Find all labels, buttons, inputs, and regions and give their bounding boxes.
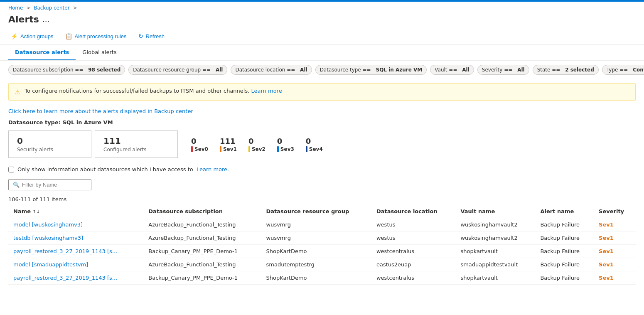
alerts-table: Name↑↓Datasource subscriptionDatasource … [8,205,636,285]
cell-location: westcentralus [371,271,455,285]
cell-severity: Sev1 [594,218,636,231]
metrics-row: 0 Security alerts 111 Configured alerts … [0,129,644,163]
refresh-icon: ↻ [138,33,143,39]
filter-chip[interactable]: Datasource type == SQL in Azure VM [315,65,427,75]
sev-item-sev1: 111 Sev1 [220,137,237,152]
access-learn-more-link[interactable]: Learn more. [197,166,229,172]
filter-input-row: 🔍 [0,179,644,194]
info-learn-more-link[interactable]: Click here to learn more about the alert… [8,108,193,114]
filter-chip[interactable]: Type == Configu... [602,65,644,75]
table-row[interactable]: testdb [wuskosinghamv3] AzureBackup_Func… [8,231,636,245]
col-header-location: Datasource location [371,205,455,218]
filter-chip[interactable]: Vault == All [430,65,474,75]
col-header-severity: Severity [594,205,636,218]
warning-learn-more-link[interactable]: Learn more [251,88,282,94]
col-header-alertName: Alert name [535,205,594,218]
filter-chip[interactable]: State == 2 selected [533,65,599,75]
cell-alert-name: Backup Failure [535,245,594,258]
page-title: Alerts [8,14,39,25]
cell-vault-name: shopkartvault [455,245,535,258]
sev-bar-icon [306,146,307,152]
more-options-icon[interactable]: ... [42,15,49,24]
cell-resource-group: ShopKartDemo [261,271,371,285]
cell-name[interactable]: payroll_restored_3_27_2019_1143 [s... [8,245,143,258]
filter-chip[interactable]: Datasource location == All [231,65,312,75]
security-alerts-num: 0 [17,136,83,146]
col-header-resourceGroup: Datasource resource group [261,205,371,218]
checkbox-row: Only show information about datasources … [0,163,644,179]
cell-resource-group: smadutemptestrg [261,258,371,271]
table-container: Name↑↓Datasource subscriptionDatasource … [0,205,644,285]
table-body: model [wuskosinghamv3] AzureBackup_Funct… [8,218,636,285]
warning-icon: ⚠ [15,88,20,96]
info-link: Click here to learn more about the alert… [0,105,644,118]
filter-chip[interactable]: Datasource subscription == 98 selected [8,65,125,75]
cell-subscription: AzureBackup_Functional_Testing [143,231,261,245]
cell-vault-name: wuskosinghamvault2 [455,231,535,245]
sev-item-sev0: 0 Sev0 [191,137,208,152]
filter-chip[interactable]: Severity == All [477,65,529,75]
cell-subscription: Backup_Canary_PM_PPE_Demo-1 [143,245,261,258]
cell-vault-name: smaduappidtestvault [455,258,535,271]
cell-location: westus [371,218,455,231]
cell-name[interactable]: model [smaduappidtestvm] [8,258,143,271]
cell-alert-name: Backup Failure [535,231,594,245]
tab-global-alerts[interactable]: Global alerts [76,45,123,60]
cell-alert-name: Backup Failure [535,258,594,271]
col-header-vaultName: Vault name [455,205,535,218]
configured-alerts-num: 111 [103,136,169,146]
cell-subscription: Backup_Canary_PM_PPE_Demo-1 [143,271,261,285]
breadcrumb-backup-center[interactable]: Backup center [34,5,69,11]
table-row[interactable]: model [wuskosinghamv3] AzureBackup_Funct… [8,218,636,231]
cell-resource-group: wusvmrg [261,231,371,245]
cell-resource-group: ShopKartDemo [261,245,371,258]
alert-processing-rules-button[interactable]: 📋 Alert processing rules [63,31,129,41]
table-header: Name↑↓Datasource subscriptionDatasource … [8,205,636,218]
cell-vault-name: shopkartvault [455,271,535,285]
cell-severity: Sev1 [594,245,636,258]
sev-metrics: 0 Sev0 111 Sev1 0 Sev2 0 Sev3 0 Sev4 [178,130,323,158]
table-header-row: Name↑↓Datasource subscriptionDatasource … [8,205,636,218]
cell-alert-name: Backup Failure [535,218,594,231]
cell-name[interactable]: model [wuskosinghamv3] [8,218,143,231]
toolbar: ⚡ Action groups 📋 Alert processing rules… [0,28,644,45]
sev-item-sev3: 0 Sev3 [277,137,294,152]
refresh-button[interactable]: ↻ Refresh [136,31,167,41]
filter-by-name-input[interactable] [22,182,87,188]
page-header: Alerts ... [0,12,644,28]
cell-subscription: AzureBackup_Functional_Testing [143,218,261,231]
sev-item-sev4: 0 Sev4 [306,137,323,152]
cell-severity: Sev1 [594,231,636,245]
cell-name[interactable]: payroll_restored_3_27_2019_1143 [s... [8,271,143,285]
table-row[interactable]: model [smaduappidtestvm] AzureBackup_Fun… [8,258,636,271]
action-groups-icon: ⚡ [11,33,18,39]
breadcrumb: Home > Backup center > [0,2,644,12]
filter-bar: Datasource subscription == 98 selectedDa… [0,61,644,79]
sev-bar-icon [248,146,250,152]
action-groups-button[interactable]: ⚡ Action groups [8,31,56,41]
cell-location: westus [371,231,455,245]
cell-resource-group: wusvmrg [261,218,371,231]
sev-item-sev2: 0 Sev2 [248,137,265,152]
tab-datasource-alerts[interactable]: Datasource alerts [8,45,76,60]
cell-subscription: AzureBackup_Functional_Testing [143,258,261,271]
access-checkbox[interactable] [8,167,14,172]
search-icon: 🔍 [13,182,20,188]
col-header-name[interactable]: Name↑↓ [8,205,143,218]
cell-severity: Sev1 [594,271,636,285]
col-header-subscription: Datasource subscription [143,205,261,218]
configured-alerts-label: Configured alerts [103,147,169,153]
table-row[interactable]: payroll_restored_3_27_2019_1143 [s... Ba… [8,271,636,285]
cell-severity: Sev1 [594,258,636,271]
warning-text: To configure notifications for successfu… [25,88,282,94]
breadcrumb-home[interactable]: Home [8,5,23,11]
table-row[interactable]: payroll_restored_3_27_2019_1143 [s... Ba… [8,245,636,258]
items-count: 106-111 of 111 items [0,194,644,205]
cell-name[interactable]: testdb [wuskosinghamv3] [8,231,143,245]
security-alerts-label: Security alerts [17,147,83,153]
sort-icon[interactable]: ↑↓ [32,209,40,214]
datasource-type-label: Datasource type: SQL in Azure VM [0,118,644,129]
filter-input-wrapper[interactable]: 🔍 [8,179,91,190]
filter-chip[interactable]: Datasource resource group == All [128,65,227,75]
cell-location: westcentralus [371,245,455,258]
